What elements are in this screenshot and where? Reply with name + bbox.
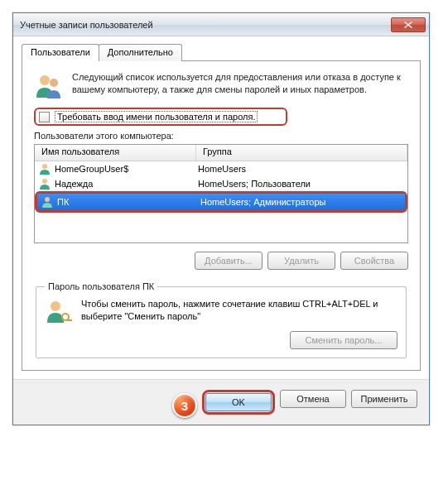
list-buttons: Добавить... Удалить Свойства — [34, 252, 408, 270]
svg-point-0 — [40, 75, 50, 85]
password-group: Пароль пользователя ПК Чтобы сменить пар… — [36, 281, 407, 358]
svg-rect-7 — [67, 319, 72, 321]
column-group[interactable]: Группа — [196, 145, 407, 161]
close-icon — [404, 22, 412, 28]
tab-advanced[interactable]: Дополнительно — [99, 44, 182, 61]
add-button[interactable]: Добавить... — [195, 252, 263, 270]
require-login-label: Требовать ввод имени пользователя и паро… — [55, 111, 258, 122]
list-caption: Пользователи этого компьютера: — [34, 131, 408, 141]
selected-row-highlight: ПК HomeUsers; Администраторы — [35, 191, 407, 213]
close-button[interactable] — [391, 17, 426, 32]
dialog-body: Пользователи Дополнительно Следующий спи… — [13, 36, 429, 379]
table-row-selected[interactable]: ПК HomeUsers; Администраторы — [37, 194, 405, 210]
delete-button[interactable]: Удалить — [267, 252, 335, 270]
titlebar[interactable]: Учетные записи пользователей — [13, 13, 429, 36]
password-text: Чтобы сменить пароль, нажмите сочетание … — [81, 298, 397, 323]
ok-highlight: OK — [202, 390, 275, 415]
cell-group: HomeUsers — [196, 164, 407, 174]
svg-point-5 — [51, 301, 60, 311]
dialog-footer: OK Отмена Применить — [13, 379, 429, 425]
users-list[interactable]: Имя пользователя Группа HomeGroupUser$ H… — [34, 144, 408, 243]
intro-section: Следующий список используется для предос… — [34, 71, 408, 101]
require-login-row[interactable]: Требовать ввод имени пользователя и паро… — [34, 108, 287, 126]
annotation-badge-3: 3 — [172, 393, 197, 418]
properties-button[interactable]: Свойства — [340, 252, 408, 270]
require-login-checkbox[interactable] — [39, 112, 50, 122]
user-key-icon — [45, 298, 73, 326]
svg-point-2 — [42, 164, 47, 169]
tab-users[interactable]: Пользователи — [22, 44, 99, 61]
column-username[interactable]: Имя пользователя — [35, 145, 196, 161]
table-row[interactable]: Надежда HomeUsers; Пользователи — [35, 176, 407, 191]
cell-group: HomeUsers; Пользователи — [196, 179, 407, 189]
list-header[interactable]: Имя пользователя Группа — [35, 145, 407, 161]
intro-text: Следующий список используется для предос… — [72, 71, 408, 101]
password-legend: Пароль пользователя ПК — [45, 281, 157, 291]
user-icon — [41, 195, 54, 209]
cell-username: Надежда — [55, 179, 196, 189]
svg-point-1 — [50, 79, 58, 87]
table-row[interactable]: HomeGroupUser$ HomeUsers — [35, 161, 407, 176]
user-icon — [38, 177, 51, 190]
user-icon — [38, 162, 51, 175]
apply-button[interactable]: Применить — [351, 390, 417, 408]
cell-username: ПК — [57, 197, 199, 207]
cell-username: HomeGroupUser$ — [55, 164, 196, 174]
user-accounts-dialog: Учетные записи пользователей Пользовател… — [12, 12, 430, 425]
ok-button[interactable]: OK — [205, 393, 272, 411]
users-icon — [34, 71, 64, 101]
tab-panel: Следующий список используется для предос… — [22, 60, 421, 371]
cancel-button[interactable]: Отмена — [280, 390, 346, 408]
svg-point-3 — [42, 179, 47, 184]
svg-point-6 — [62, 314, 69, 320]
tab-bar: Пользователи Дополнительно — [22, 44, 421, 61]
svg-point-4 — [45, 197, 50, 202]
change-password-button[interactable]: Сменить пароль... — [290, 331, 397, 349]
window-title: Учетные записи пользователей — [20, 20, 391, 30]
cell-group: HomeUsers; Администраторы — [199, 197, 405, 207]
